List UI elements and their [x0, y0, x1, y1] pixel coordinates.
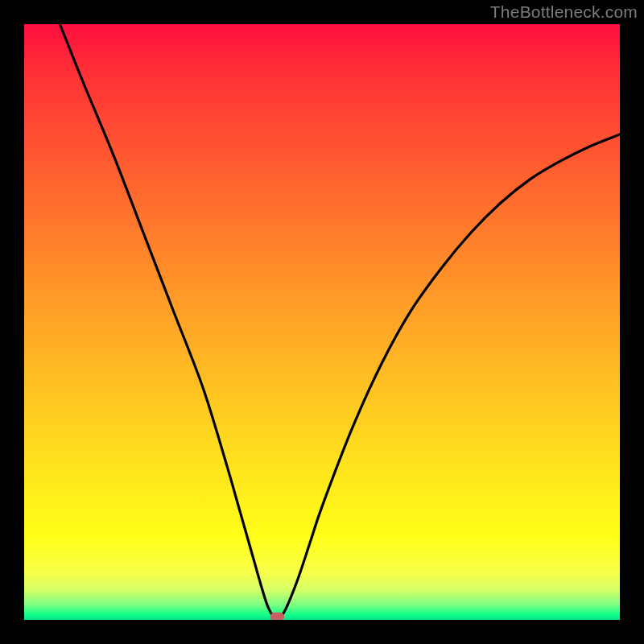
bottleneck-curve-path [60, 24, 620, 618]
minimum-marker [270, 613, 284, 620]
watermark-text: TheBottleneck.com [490, 2, 638, 22]
chart-frame: TheBottleneck.com [0, 0, 644, 644]
curve-svg [24, 24, 620, 620]
plot-area [24, 24, 620, 620]
